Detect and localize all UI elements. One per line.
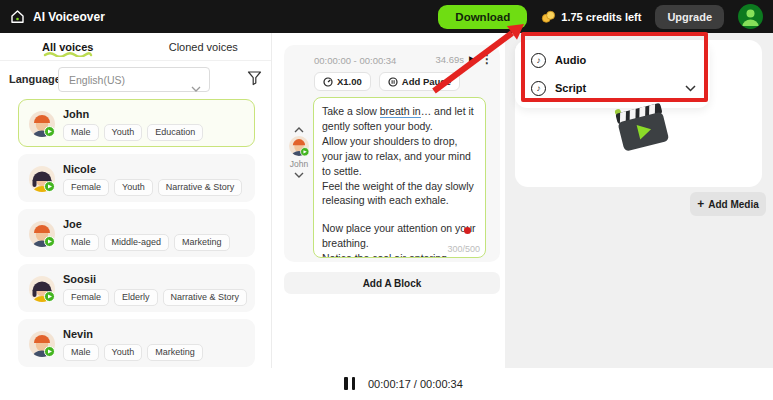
audio-block: 00:00:00 - 00:00:34 34.69s ▶ ⋮ X1.00 Add… <box>284 45 500 262</box>
voice-avatar-male <box>29 111 55 137</box>
kebab-menu-icon[interactable]: ⋮ <box>481 52 493 66</box>
speed-label: X1.00 <box>337 76 362 87</box>
add-block-button[interactable]: Add A Block <box>284 272 500 294</box>
block-duration: 34.69s <box>436 54 465 65</box>
pause-icon[interactable] <box>344 377 355 390</box>
speaker-name: John <box>290 159 308 169</box>
chevron-up-icon[interactable] <box>294 127 304 133</box>
voice-tags: Male Middle-aged Marketing <box>63 234 230 251</box>
app-title: AI Voiceover <box>33 10 105 24</box>
clapperboard-icon <box>613 98 675 162</box>
voice-name: Nevin <box>63 328 93 340</box>
script-textarea[interactable]: Take a slow breath in… and let it gently… <box>313 97 486 258</box>
add-pause-button[interactable]: Add Pause <box>379 72 460 91</box>
block-toolbar: X1.00 Add Pause <box>314 72 460 91</box>
char-counter: 300/500 <box>447 243 480 256</box>
play-controls: 00:00:17 / 00:00:34 <box>344 377 463 390</box>
menu-item-audio-label: Audio <box>555 54 586 66</box>
app-window: AI Voiceover Download 1.75 credits left … <box>0 0 773 400</box>
paragraph-gap <box>322 208 477 221</box>
voice-tag: Marketing <box>147 344 203 361</box>
voice-avatar-female <box>29 276 55 302</box>
credits-indicator: 1.75 credits left <box>541 10 641 23</box>
voice-tags: Female Youth Narrative & Story <box>63 179 242 196</box>
voice-tag: Male <box>63 234 99 251</box>
voice-tag: Narrative & Story <box>158 179 243 196</box>
music-note-icon: ♪ <box>531 53 546 68</box>
pause-circle-icon <box>388 77 398 87</box>
playback-time: 00:00:17 / 00:00:34 <box>368 378 463 390</box>
media-panel: ♪ Audio ♪ Script + Add Media <box>505 33 773 368</box>
menu-item-script-label: Script <box>555 82 586 94</box>
tab-cloned-voices[interactable]: Cloned voices <box>136 33 272 60</box>
brand: AI Voiceover <box>10 9 105 24</box>
speed-button[interactable]: X1.00 <box>314 72 371 91</box>
voice-tags: Male Youth Education <box>63 124 203 141</box>
play-icon[interactable]: ▶ <box>469 54 476 64</box>
active-tab-underline <box>43 47 93 59</box>
voice-list: John Male Youth Education Nicole Female … <box>18 99 255 374</box>
language-select[interactable]: English(US) <box>58 67 210 92</box>
chevron-down-icon <box>191 78 201 96</box>
voice-tag: Youth <box>104 344 143 361</box>
voices-sidebar: All voices Cloned voices Language Englis… <box>0 33 272 400</box>
language-value: English(US) <box>69 74 125 86</box>
voice-tags: Male Youth Marketing <box>63 344 203 361</box>
playbar: 00:00:17 / 00:00:34 <box>0 368 773 400</box>
topbar-actions: Download 1.75 credits left Upgrade <box>438 4 763 29</box>
voice-name: Nicole <box>63 163 96 175</box>
voice-tag: Narrative & Story <box>163 289 248 306</box>
menu-item-audio[interactable]: ♪ Audio <box>515 46 710 74</box>
coin-icon <box>541 10 556 23</box>
add-pause-label: Add Pause <box>402 76 451 87</box>
voice-tags: Female Elderly Narrative & Story <box>63 289 247 306</box>
voice-tag: Elderly <box>114 289 158 306</box>
voice-avatar-female <box>29 166 55 192</box>
voice-card-joe[interactable]: Joe Male Middle-aged Marketing <box>18 209 255 257</box>
voice-tag: Middle-aged <box>104 234 170 251</box>
script-text: Take a slow <box>322 105 380 117</box>
chevron-down-icon[interactable] <box>294 172 304 178</box>
voice-card-john[interactable]: John Male Youth Education <box>18 99 255 147</box>
upgrade-button[interactable]: Upgrade <box>655 5 724 29</box>
script-highlighted-text: breath in <box>380 105 421 118</box>
tab-cloned-voices-label: Cloned voices <box>169 41 238 53</box>
language-label: Language <box>9 73 61 85</box>
filter-icon[interactable] <box>246 69 263 91</box>
home-icon[interactable] <box>10 9 25 24</box>
voice-name: John <box>63 108 89 120</box>
voice-tag: Youth <box>114 179 153 196</box>
tab-all-voices[interactable]: All voices <box>0 33 136 60</box>
user-avatar[interactable] <box>738 4 763 29</box>
script-paragraph: Feel the weight of the day slowly releas… <box>322 179 477 209</box>
block-time-range: 00:00:00 - 00:00:34 <box>314 55 396 66</box>
script-paragraph: Take a slow breath in… and let it gently… <box>322 104 477 134</box>
voice-card-nevin[interactable]: Nevin Male Youth Marketing <box>18 319 255 367</box>
voice-card-nicole[interactable]: Nicole Female Youth Narrative & Story <box>18 154 255 202</box>
voice-tabs: All voices Cloned voices <box>0 33 271 61</box>
music-note-icon: ♪ <box>531 81 546 96</box>
language-row: Language English(US) <box>0 61 271 97</box>
voice-tag: Marketing <box>174 234 230 251</box>
voice-tag: Female <box>63 289 109 306</box>
voice-card-soosii[interactable]: Soosii Female Elderly Narrative & Story <box>18 264 255 312</box>
voice-tag: Male <box>63 344 99 361</box>
add-media-label: Add Media <box>708 199 759 210</box>
speaker-gutter: John <box>286 127 312 178</box>
voice-tag: Youth <box>104 124 143 141</box>
voice-name: Joe <box>63 218 82 230</box>
media-card: ♪ Audio ♪ Script <box>515 40 762 187</box>
speaker-avatar <box>289 136 309 156</box>
speed-gauge-icon <box>323 77 333 87</box>
voice-tag: Female <box>63 179 109 196</box>
add-media-button[interactable]: + Add Media <box>690 192 766 216</box>
credits-label: 1.75 credits left <box>561 11 641 23</box>
voice-tag: Male <box>63 124 99 141</box>
download-button[interactable]: Download <box>438 5 527 29</box>
block-header-actions: 34.69s ▶ ⋮ <box>436 52 493 66</box>
voice-avatar-male <box>29 331 55 357</box>
voice-name: Soosii <box>63 273 96 285</box>
voice-tag: Education <box>147 124 203 141</box>
voice-avatar-male <box>29 221 55 247</box>
plus-icon: + <box>697 198 704 210</box>
